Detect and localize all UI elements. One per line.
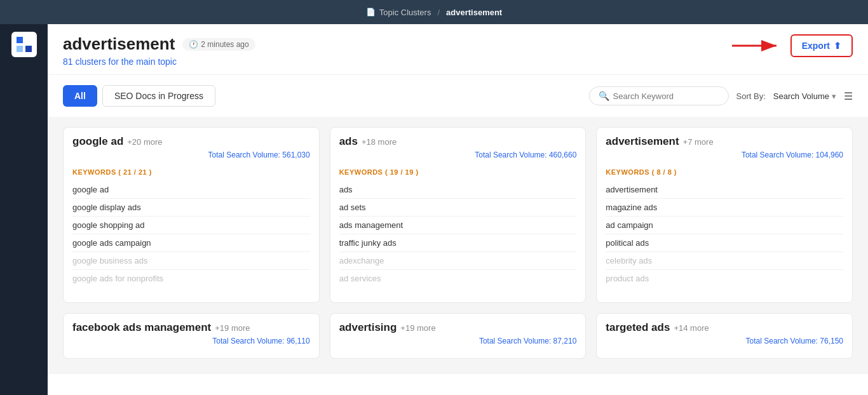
keywords-header: KEYWORDS ( 19 / 19 )	[330, 163, 586, 181]
keyword-item: product ads	[606, 270, 843, 287]
cluster-card[interactable]: google ad +20 more Total Search Volume: …	[63, 127, 320, 303]
keyword-item: traffic junky ads	[339, 234, 577, 252]
card-volume: Total Search Volume: 561,030	[72, 151, 310, 159]
all-filter-button[interactable]: All	[63, 85, 97, 107]
page-subtitle: 81 clusters for the main topic	[63, 57, 255, 67]
arrow-indicator	[732, 36, 783, 55]
card-header: facebook ads management +19 more Total S…	[64, 314, 319, 349]
card-title-row: facebook ads management +19 more	[72, 321, 310, 334]
card-header: advertisement +7 more Total Search Volum…	[597, 128, 852, 163]
card-title: advertising	[339, 321, 397, 334]
card-header: google ad +20 more Total Search Volume: …	[64, 128, 319, 163]
keyword-item: advertisement	[606, 181, 843, 199]
keyword-item: celebrity ads	[606, 252, 843, 270]
card-more: +19 more	[215, 323, 250, 333]
card-footer	[64, 349, 319, 358]
keyword-list: adsad setsads managementtraffic junky ad…	[330, 181, 586, 293]
cluster-card[interactable]: facebook ads management +19 more Total S…	[63, 313, 320, 359]
search-box: 🔍	[589, 86, 729, 105]
sort-options-icon[interactable]: ☰	[844, 90, 853, 102]
search-icon: 🔍	[599, 91, 609, 101]
arrow-svg	[732, 36, 783, 55]
time-ago-text: 2 minutes ago	[201, 40, 248, 49]
export-label: Export	[802, 41, 830, 51]
logo-graphic	[17, 37, 32, 52]
cluster-card[interactable]: targeted ads +14 more Total Search Volum…	[596, 313, 853, 359]
card-header: targeted ads +14 more Total Search Volum…	[597, 314, 852, 349]
breadcrumb-separator: /	[437, 8, 440, 17]
keywords-header: KEYWORDS ( 8 / 8 )	[597, 163, 852, 181]
card-title-row: targeted ads +14 more	[606, 321, 843, 334]
cluster-card[interactable]: ads +18 more Total Search Volume: 460,66…	[330, 127, 587, 303]
cluster-card[interactable]: advertisement +7 more Total Search Volum…	[596, 127, 853, 303]
app-logo[interactable]	[11, 32, 37, 57]
keyword-item: ad sets	[339, 199, 577, 217]
keyword-list: google adgoogle display adsgoogle shoppi…	[64, 181, 319, 293]
card-title: ads	[339, 135, 358, 148]
card-footer	[64, 293, 319, 302]
keyword-item: google business ads	[72, 252, 310, 270]
export-button[interactable]: Export ⬆	[790, 34, 853, 57]
cluster-card[interactable]: advertising +19 more Total Search Volume…	[330, 313, 587, 359]
card-title: facebook ads management	[72, 321, 211, 334]
clock-icon: 🕐	[189, 40, 198, 49]
card-volume: Total Search Volume: 104,960	[606, 151, 843, 159]
keyword-item: google display ads	[72, 199, 310, 217]
filter-right: 🔍 Sort By: Search Volume ▾ ☰	[589, 86, 853, 105]
keyword-item: google shopping ad	[72, 217, 310, 234]
cards-grid: google ad +20 more Total Search Volume: …	[63, 117, 853, 359]
header-left: advertisement 🕐 2 minutes ago 81 cluster…	[63, 34, 255, 67]
card-title-row: advertising +19 more	[339, 321, 577, 334]
card-title-row: ads +18 more	[339, 135, 577, 148]
export-icon: ⬆	[834, 41, 841, 51]
keyword-item: ad campaign	[606, 217, 843, 234]
breadcrumb-topic[interactable]: Topic Clusters	[379, 8, 431, 17]
page-title: advertisement	[63, 34, 175, 54]
card-title: google ad	[72, 135, 123, 148]
card-header: ads +18 more Total Search Volume: 460,66…	[330, 128, 586, 163]
card-volume: Total Search Volume: 76,150	[606, 337, 843, 345]
keyword-item: google ad	[72, 181, 310, 199]
card-volume: Total Search Volume: 96,110	[72, 337, 310, 345]
card-volume: Total Search Volume: 460,660	[339, 151, 577, 159]
sidebar	[0, 24, 48, 395]
keyword-item: ad services	[339, 270, 577, 287]
card-more: +7 more	[683, 137, 714, 147]
seo-docs-filter-button[interactable]: SEO Docs in Progress	[102, 85, 215, 107]
cards-section: google ad +20 more Total Search Volume: …	[48, 117, 868, 374]
keyword-list: advertisementmagazine adsad campaignpoli…	[597, 181, 852, 293]
top-bar: 📄 Topic Clusters / advertisement	[0, 0, 868, 24]
keyword-item: magazine ads	[606, 199, 843, 217]
card-title: targeted ads	[606, 321, 670, 334]
keyword-item: google ads campaign	[72, 234, 310, 252]
keyword-item: adexchange	[339, 252, 577, 270]
breadcrumb-current: advertisement	[446, 8, 502, 17]
keyword-item: ads management	[339, 217, 577, 234]
card-volume: Total Search Volume: 87,210	[339, 337, 577, 345]
keyword-item: ads	[339, 181, 577, 199]
card-footer	[330, 293, 586, 302]
card-title-row: google ad +20 more	[72, 135, 310, 148]
card-more: +14 more	[674, 323, 709, 333]
card-more: +19 more	[400, 323, 435, 333]
breadcrumb-icon: 📄	[366, 8, 376, 17]
card-title: advertisement	[606, 135, 679, 148]
filter-bar: All SEO Docs in Progress 🔍 Sort By: Sear…	[48, 75, 868, 117]
sort-value: Search Volume	[773, 91, 829, 101]
time-badge: 🕐 2 minutes ago	[182, 38, 255, 51]
search-input[interactable]	[613, 91, 719, 101]
sort-select[interactable]: Search Volume ▾	[773, 91, 836, 101]
export-area: Export ⬆	[732, 34, 853, 57]
card-footer	[330, 349, 586, 358]
filter-left: All SEO Docs in Progress	[63, 85, 215, 107]
card-header: advertising +19 more Total Search Volume…	[330, 314, 586, 349]
sort-by-label: Sort By:	[736, 91, 766, 101]
keyword-item: political ads	[606, 234, 843, 252]
card-more: +20 more	[127, 137, 162, 147]
card-more: +18 more	[362, 137, 397, 147]
page-header: advertisement 🕐 2 minutes ago 81 cluster…	[48, 24, 868, 75]
card-footer	[597, 349, 852, 358]
chevron-down-icon: ▾	[832, 91, 836, 101]
card-title-row: advertisement +7 more	[606, 135, 843, 148]
keyword-item: google ads for nonprofits	[72, 270, 310, 287]
